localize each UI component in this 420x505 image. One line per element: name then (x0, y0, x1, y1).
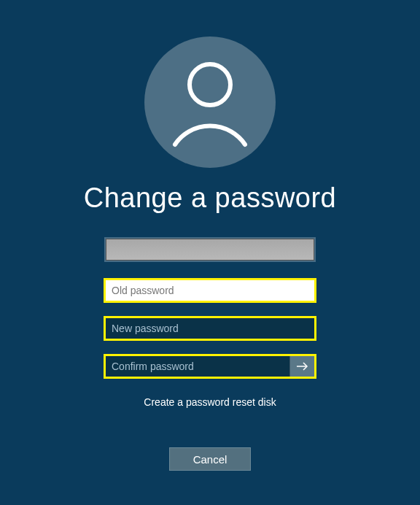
page-title: Change a password (84, 182, 337, 214)
new-password-input[interactable] (106, 318, 314, 339)
svg-point-0 (144, 36, 276, 168)
create-reset-disk-link[interactable]: Create a password reset disk (144, 396, 276, 408)
arrow-right-icon (296, 361, 309, 371)
username-field-wrap (104, 237, 316, 262)
cancel-button[interactable]: Cancel (169, 447, 251, 471)
old-password-input[interactable] (106, 280, 314, 301)
confirm-password-highlight (104, 354, 316, 379)
password-form: Create a password reset disk (104, 237, 316, 408)
submit-button[interactable] (289, 356, 314, 377)
user-icon (144, 36, 276, 168)
old-password-highlight (104, 278, 316, 303)
confirm-password-input[interactable] (106, 356, 289, 377)
user-avatar (137, 29, 283, 175)
username-display (106, 239, 314, 261)
new-password-highlight (104, 316, 316, 341)
